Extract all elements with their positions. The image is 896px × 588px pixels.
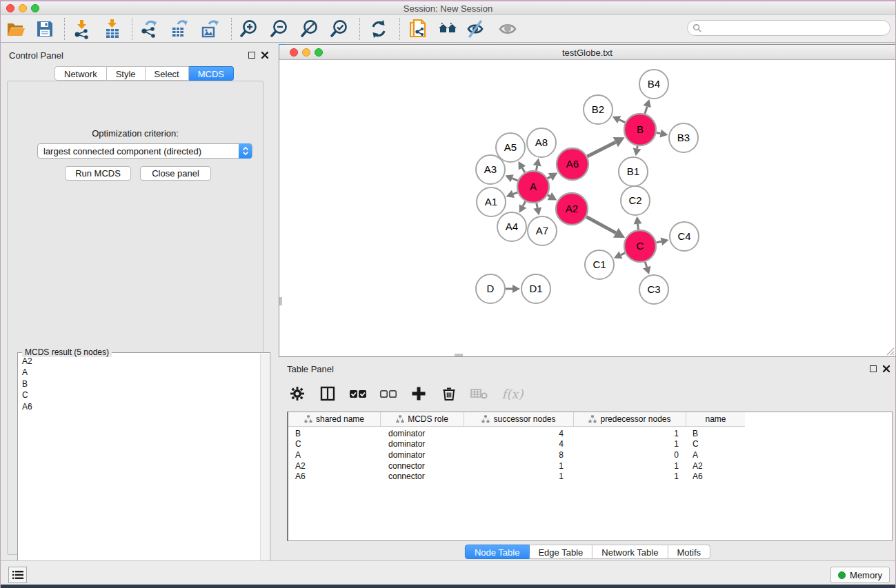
network-canvas[interactable]: AA1A2A3A4A5A6A7A8BB1B2B3B4CC1C2C3C4DD1 [279, 61, 895, 356]
list-item[interactable]: A2 [19, 356, 259, 367]
delete-column-icon[interactable] [439, 383, 459, 404]
tab-edge-table[interactable]: Edge Table [529, 545, 593, 559]
tab-node-table[interactable]: Node Table [465, 545, 530, 559]
zoom-in-icon[interactable] [237, 17, 261, 41]
deselect-all-icon[interactable] [378, 383, 399, 404]
close-panel-button[interactable]: Close panel [140, 166, 211, 181]
new-network-from-file-icon[interactable] [406, 17, 430, 41]
table-row[interactable]: A6connector11A6 [288, 471, 892, 482]
table-row[interactable]: Cdominator41C [288, 439, 892, 450]
table-panel-title: Table Panel [287, 364, 334, 374]
zoom-out-icon[interactable] [267, 17, 292, 41]
search-input[interactable] [704, 23, 890, 34]
column-layout-icon[interactable] [317, 383, 338, 404]
tree-icon [588, 415, 597, 423]
graph-node-label: A4 [506, 221, 518, 232]
list-item[interactable]: A6 [19, 401, 259, 413]
toolbar-separator [231, 18, 232, 40]
mcds-tab-pane: Optimization criterion: largest connecte… [7, 81, 263, 555]
list-item[interactable]: B [19, 378, 259, 390]
tab-select[interactable]: Select [146, 66, 189, 81]
graph-node-label: C3 [647, 283, 660, 295]
list-item[interactable]: A [19, 367, 259, 379]
float-panel-icon[interactable] [870, 365, 877, 372]
graph-node-label: A2 [566, 203, 578, 214]
export-network-icon[interactable] [137, 17, 162, 41]
optimization-criterion-value: largest connected component (directed) [43, 146, 201, 156]
first-neighbors-icon[interactable] [435, 17, 460, 41]
import-network-icon[interactable] [70, 17, 94, 41]
open-session-icon[interactable] [3, 17, 28, 41]
zoom-fit-icon[interactable] [297, 17, 322, 41]
table-panel: Table Panel [279, 360, 896, 560]
show-details-icon[interactable] [495, 17, 520, 41]
control-panel-header: Control Panel [1, 46, 270, 64]
tree-icon [396, 415, 404, 423]
table-panel-header: Table Panel [279, 360, 896, 378]
select-all-icon[interactable] [348, 383, 368, 404]
hide-details-icon[interactable] [463, 17, 488, 41]
save-session-icon[interactable] [32, 17, 57, 41]
table-row[interactable]: Adominator80A [288, 449, 892, 460]
tab-network[interactable]: Network [54, 66, 107, 81]
node-table[interactable]: shared name MCDS role successor nodes pr… [287, 412, 893, 541]
mcds-result-list[interactable]: A2 A B C A6 [19, 356, 259, 585]
memory-button[interactable]: Memory [830, 567, 890, 583]
tree-icon [481, 415, 490, 423]
tab-network-table[interactable]: Network Table [593, 545, 668, 559]
vertical-scroll-mark [279, 297, 282, 305]
graph-node-label: A7 [536, 225, 548, 236]
float-panel-icon[interactable] [248, 52, 255, 59]
list-item[interactable]: C [19, 390, 259, 402]
desktop-edge [1, 585, 895, 588]
column-header[interactable]: shared name [288, 412, 381, 426]
table-body: Bdominator41B Cdominator41C Adominator80… [288, 428, 892, 482]
graph-node-label: A1 [485, 196, 497, 207]
export-image-icon[interactable] [198, 17, 223, 41]
toolbar-separator [132, 18, 132, 40]
close-panel-icon[interactable] [882, 365, 890, 373]
control-panel-title: Control Panel [9, 50, 63, 61]
graph-node-label: A [530, 181, 537, 192]
graph-node-label: B2 [592, 103, 604, 115]
run-mcds-button[interactable]: Run MCDS [65, 166, 131, 181]
create-column-icon[interactable] [408, 383, 429, 404]
resize-grip[interactable] [885, 346, 895, 356]
graph-node-label: D [487, 283, 495, 294]
graph-node-label: B1 [627, 165, 639, 177]
table-row[interactable]: Bdominator41B [288, 428, 892, 439]
graph-node-label: B4 [648, 78, 660, 90]
memory-status-icon [838, 571, 846, 579]
graph-node-label: C1 [593, 258, 606, 270]
refresh-icon[interactable] [366, 17, 391, 41]
table-settings-icon[interactable] [287, 383, 308, 404]
graph-node-label: B3 [677, 132, 690, 143]
close-panel-icon[interactable] [261, 51, 269, 59]
column-header[interactable]: predecessor nodes [574, 412, 686, 426]
task-history-button[interactable] [8, 567, 27, 583]
tab-style[interactable]: Style [107, 66, 146, 81]
table-row[interactable]: A2connector11A2 [288, 460, 892, 472]
tab-mcds[interactable]: MCDS [189, 66, 234, 81]
toolbar-separator [359, 18, 360, 40]
export-table-icon[interactable] [168, 17, 192, 41]
zoom-selected-icon[interactable] [327, 17, 352, 41]
table-toolbar: f(x) [287, 379, 526, 408]
function-builder-icon[interactable]: f(x) [499, 383, 526, 404]
search-field[interactable] [687, 20, 890, 36]
application-window: Session: New Session [0, 0, 896, 588]
toolbar-separator [64, 18, 65, 40]
control-panel-tabs: Network Style Select MCDS [54, 66, 234, 81]
tab-motifs[interactable]: Motifs [668, 545, 710, 559]
column-header[interactable]: MCDS role [381, 412, 464, 426]
result-scrollbar[interactable] [260, 354, 269, 585]
column-header[interactable]: successor nodes [464, 412, 574, 426]
window-title: Session: New Session [1, 3, 895, 14]
table-tabs: Node Table Edge Table Network Table Moti… [465, 545, 710, 559]
column-header[interactable]: name [686, 412, 745, 426]
optimization-criterion-select[interactable]: largest connected component (directed) [37, 143, 252, 159]
import-table-icon[interactable] [100, 17, 125, 41]
chevron-up-down-icon [239, 143, 252, 159]
network-graph[interactable]: AA1A2A3A4A5A6A7A8BB1B2B3B4CC1C2C3C4DD1 [279, 61, 895, 356]
delete-table-icon[interactable] [469, 383, 490, 404]
